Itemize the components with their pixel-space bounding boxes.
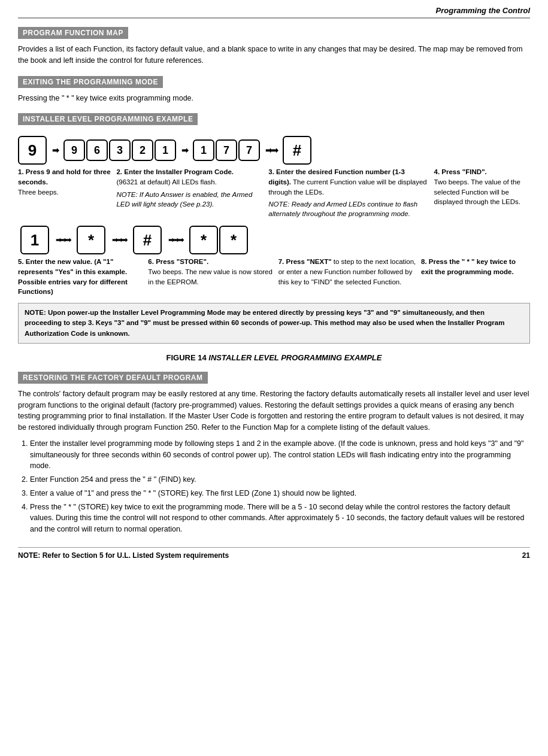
step6-desc: 6. Press "STORE". Two beeps. The new val… (146, 257, 275, 287)
steps-1-4-desc-row: 1. Press 9 and hold for three seconds. T… (18, 167, 530, 218)
step8-label: 8. Press the " * " key twice to exit the… (421, 258, 516, 275)
steps-1-4-diagram-row: 9 ➡ 9 6 3 2 1 ➡ 1 7 7 ➡➡ # (18, 136, 530, 165)
footer-page-number: 21 (522, 551, 530, 560)
restoring-step-1: Enter the installer level programming mo… (30, 438, 530, 472)
restoring-section: RESTORING THE FACTORY DEFAULT PROGRAM Th… (18, 372, 530, 535)
step2-detail: (96321 at default) All LEDs flash. (116, 178, 217, 186)
key-9-step1: 9 (18, 136, 47, 165)
step1-detail: Three beeps. (18, 189, 59, 196)
step1-desc: 1. Press 9 and hold for three seconds. T… (18, 167, 114, 197)
step2-note: NOTE: If Auto Answer is enabled, the Arm… (116, 190, 264, 209)
key-7a-s3: 7 (216, 139, 237, 161)
keys-step3: 1 7 7 (193, 139, 260, 161)
step4-label: 4. Press "FIND". (434, 168, 487, 175)
installer-example-heading: INSTALLER LEVEL PROGRAMMING EXAMPLE (18, 113, 198, 125)
key-1-step5: 1 (20, 226, 49, 254)
arrow-2: ➡ (181, 145, 187, 155)
arrow-5: ➡➡➡ (56, 236, 70, 244)
step2-desc: 2. Enter the Installer Program Code. (96… (114, 167, 266, 209)
arrow-7: ➡➡➡ (168, 236, 183, 244)
page-header: Programming the Control (18, 6, 530, 19)
key-hash-step7: # (133, 226, 162, 254)
key-star-step6: * (77, 226, 105, 254)
key-star2-step8: * (219, 226, 248, 254)
step3-note: NOTE: Ready and Armed LEDs continue to f… (268, 199, 429, 218)
restoring-heading: RESTORING THE FACTORY DEFAULT PROGRAM (18, 372, 208, 384)
key-2-s2: 2 (132, 139, 153, 161)
installer-example-section: INSTALLER LEVEL PROGRAMMING EXAMPLE 9 ➡ … (18, 113, 530, 344)
installer-note-box: NOTE: Upon power-up the Installer Level … (18, 303, 530, 344)
program-function-map-body: Provides a list of each Function, its fa… (18, 44, 530, 66)
program-function-map-heading: PROGRAM FUNCTION MAP (18, 27, 128, 39)
step8-desc: 8. Press the " * " key twice to exit the… (419, 257, 530, 277)
key-6-s2: 6 (86, 139, 108, 161)
arrow-6: ➡➡➡ (112, 236, 126, 244)
restoring-step-4: Press the " * " (STORE) key twice to exi… (30, 502, 530, 535)
step4-detail: Two beeps. The value of the selected Fun… (434, 178, 520, 205)
exiting-section: EXITING THE PROGRAMMING MODE Pressing th… (18, 76, 530, 104)
installer-note-text: NOTE: Upon power-up the Installer Level … (25, 309, 504, 337)
arrow-1: ➡ (52, 145, 58, 155)
steps-5-8-desc-row: 5. Enter the new value. (A "1" represent… (18, 257, 530, 297)
restoring-step-3: Enter a value of "1" and press the " * "… (30, 488, 530, 499)
key-7b-s3: 7 (238, 139, 260, 161)
page-footer: NOTE: Refer to Section 5 for U.L. Listed… (18, 547, 530, 560)
restoring-steps-list: Enter the installer level programming mo… (30, 438, 530, 535)
key-3-s2: 3 (109, 139, 131, 161)
steps-5-8-diagram-row: 1 ➡➡➡ * ➡➡➡ # ➡➡➡ * * (18, 226, 530, 254)
program-function-map-section: PROGRAM FUNCTION MAP Provides a list of … (18, 27, 530, 66)
keys-step2: 9 6 3 2 1 (63, 139, 176, 161)
step7-desc: 7. Press "NEXT" to step to the next loca… (276, 257, 419, 287)
restoring-body: The controls' factory default program ma… (18, 388, 530, 433)
key-hash-step4: # (283, 136, 311, 165)
step5-label: 5. Enter the new value. (A "1" represent… (18, 258, 128, 295)
figure-number: FIGURE 14 (166, 353, 207, 362)
step6-label: 6. Press "STORE". (148, 258, 208, 265)
step1-label: 1. Press 9 and hold for three seconds. (18, 168, 111, 186)
restoring-step-2: Enter Function 254 and press the " # " (… (30, 474, 530, 485)
figure-caption: FIGURE 14 INSTALLER LEVEL PROGRAMMING EX… (18, 353, 530, 362)
step5-desc: 5. Enter the new value. (A "1" represent… (18, 257, 146, 297)
arrow-3: ➡➡ (265, 145, 277, 155)
key-1-s2: 1 (155, 139, 176, 161)
page-header-title: Programming the Control (436, 6, 530, 15)
step2-label: 2. Enter the Installer Program Code. (116, 168, 234, 175)
footer-note: NOTE: Refer to Section 5 for U.L. Listed… (18, 551, 229, 560)
key-star1-step8: * (189, 226, 218, 254)
keys-step8: * * (189, 226, 248, 254)
key-1-s3: 1 (193, 139, 214, 161)
step4-desc: 4. Press "FIND". Two beeps. The value of… (432, 167, 530, 207)
exiting-heading: EXITING THE PROGRAMMING MODE (18, 76, 163, 88)
step7-label: 7. Press "NEXT" (278, 258, 332, 265)
step6-detail: Two beeps. The new value is now stored i… (148, 268, 273, 286)
exiting-body: Pressing the " * " key twice exits progr… (18, 93, 530, 104)
figure-title: INSTALLER LEVEL PROGRAMMING EXAMPLE (208, 353, 382, 362)
step3-desc: 3. Enter the desired Function number (1-… (266, 167, 431, 218)
key-9-s2: 9 (63, 139, 85, 161)
step3-detail: The current Function value will be displ… (268, 178, 426, 196)
